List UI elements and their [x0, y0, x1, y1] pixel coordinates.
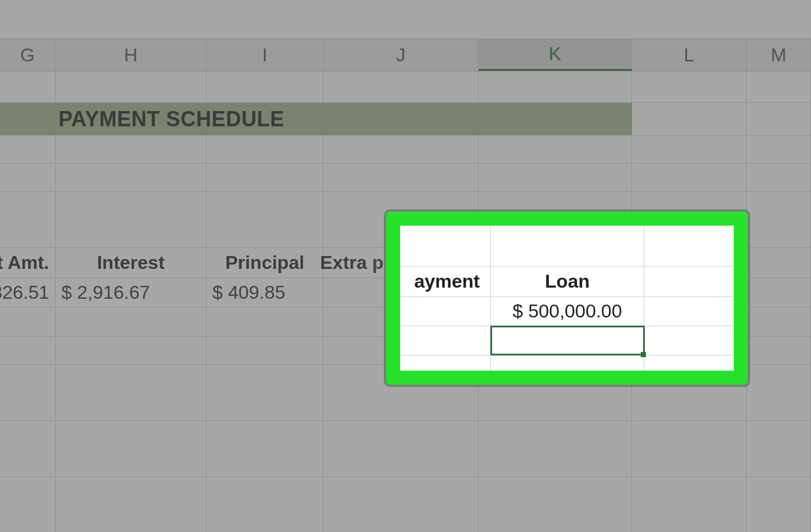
- cell[interactable]: [207, 164, 324, 192]
- cell[interactable]: [324, 164, 479, 192]
- label-interest[interactable]: Interest: [56, 248, 207, 278]
- cell[interactable]: [632, 136, 747, 164]
- row-spacer-7: [0, 421, 811, 477]
- cell[interactable]: [207, 308, 324, 337]
- cell[interactable]: [324, 71, 479, 103]
- hi-cell[interactable]: [400, 226, 491, 266]
- cell[interactable]: [56, 365, 207, 421]
- cell[interactable]: [0, 477, 56, 532]
- hi-label-extra-payment-fragment[interactable]: ayment: [400, 267, 491, 296]
- cell-principal[interactable]: $ 409.85: [207, 278, 324, 308]
- hi-cell[interactable]: [400, 297, 491, 326]
- hi-cell[interactable]: [644, 355, 734, 371]
- column-header-J[interactable]: J: [324, 39, 479, 71]
- cell[interactable]: [747, 248, 811, 278]
- cell-payment-amt[interactable]: 326.51: [0, 278, 56, 308]
- cell[interactable]: [747, 164, 811, 192]
- cell[interactable]: [747, 278, 811, 308]
- hi-cell[interactable]: [400, 355, 491, 371]
- cell[interactable]: [56, 192, 207, 248]
- cell[interactable]: [632, 103, 747, 136]
- label-principal[interactable]: Principal: [207, 248, 324, 278]
- hi-label-loan[interactable]: Loan: [491, 267, 644, 296]
- cell[interactable]: [747, 136, 811, 164]
- hi-cell[interactable]: [644, 226, 734, 266]
- cell[interactable]: [747, 365, 811, 421]
- hi-selected-cell[interactable]: [491, 326, 644, 355]
- cell[interactable]: [747, 192, 811, 248]
- cell[interactable]: [56, 71, 207, 103]
- column-header-L[interactable]: L: [632, 39, 747, 71]
- cell[interactable]: [56, 421, 207, 477]
- hi-cell[interactable]: [644, 267, 734, 296]
- cell[interactable]: [747, 71, 811, 103]
- hi-loan-value[interactable]: $ 500,000.00: [491, 297, 644, 326]
- cell[interactable]: [479, 421, 632, 477]
- cell[interactable]: [0, 365, 56, 421]
- cell[interactable]: [0, 421, 56, 477]
- hi-cell[interactable]: [644, 326, 734, 355]
- cell[interactable]: [479, 164, 632, 192]
- cell[interactable]: [207, 136, 324, 164]
- cell[interactable]: [479, 71, 632, 103]
- cell[interactable]: [632, 164, 747, 192]
- cell[interactable]: [0, 192, 56, 248]
- hi-cell[interactable]: [491, 226, 644, 266]
- title-cell[interactable]: PAYMENT SCHEDULE: [0, 103, 632, 136]
- label-payment-amt[interactable]: nt Amt.: [0, 248, 56, 278]
- cell[interactable]: [0, 136, 56, 164]
- cell[interactable]: [0, 71, 56, 103]
- cell[interactable]: [207, 421, 324, 477]
- cell[interactable]: [207, 337, 324, 365]
- column-header-H[interactable]: H: [56, 39, 207, 71]
- cell[interactable]: [56, 136, 207, 164]
- cell[interactable]: [0, 164, 56, 192]
- row-title: PAYMENT SCHEDULE: [0, 103, 811, 136]
- row-spacer-8: [0, 477, 811, 532]
- cell[interactable]: [56, 164, 207, 192]
- cell[interactable]: [632, 71, 747, 103]
- cell[interactable]: [56, 337, 207, 365]
- column-header-K[interactable]: K: [479, 39, 632, 71]
- highlight-inner: ayment Loan $ 500,000.00: [400, 226, 734, 371]
- cell[interactable]: [324, 421, 479, 477]
- column-headers-row: G H I J K L M: [0, 39, 811, 71]
- hi-cell[interactable]: [644, 297, 734, 326]
- cell[interactable]: [0, 308, 56, 337]
- row-spacer-3: [0, 164, 811, 192]
- cell[interactable]: [56, 477, 207, 532]
- row-spacer-2: [0, 136, 811, 164]
- cell[interactable]: [479, 136, 632, 164]
- cell[interactable]: [207, 71, 324, 103]
- cell[interactable]: [324, 477, 479, 532]
- hi-cell[interactable]: [400, 326, 491, 355]
- cell[interactable]: [324, 136, 479, 164]
- cell[interactable]: [0, 337, 56, 365]
- column-header-G[interactable]: G: [0, 39, 56, 71]
- column-header-M[interactable]: M: [747, 39, 811, 71]
- cell[interactable]: [747, 421, 811, 477]
- cell[interactable]: [207, 477, 324, 532]
- column-header-I[interactable]: I: [207, 39, 324, 71]
- cell[interactable]: [747, 337, 811, 365]
- cell[interactable]: [56, 308, 207, 337]
- cell[interactable]: [207, 365, 324, 421]
- cell[interactable]: [479, 477, 632, 532]
- highlight-callout: ayment Loan $ 500,000.00: [386, 212, 748, 385]
- cell[interactable]: [632, 421, 747, 477]
- hi-cell[interactable]: [491, 355, 644, 371]
- cell[interactable]: [747, 103, 811, 136]
- spreadsheet-viewport: G H I J K L M PAYMENT SCHEDULE: [0, 0, 811, 532]
- cell[interactable]: [747, 308, 811, 337]
- cell-interest[interactable]: $ 2,916.67: [56, 278, 207, 308]
- cell[interactable]: [632, 477, 747, 532]
- cell[interactable]: [207, 192, 324, 248]
- row-spacer-1: [0, 71, 811, 103]
- cell[interactable]: [747, 477, 811, 532]
